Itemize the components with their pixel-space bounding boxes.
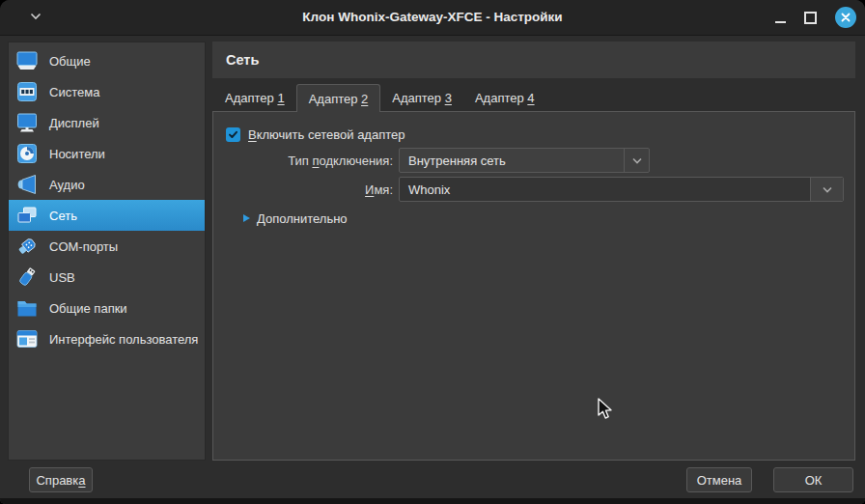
sidebar-item-shared-folders[interactable]: Общие папки xyxy=(9,293,205,323)
storage-icon xyxy=(15,142,39,165)
chevron-down-icon xyxy=(624,149,649,172)
sidebar-item-general[interactable]: Общие xyxy=(9,45,205,76)
usb-icon xyxy=(15,266,39,289)
tab-adapter-3[interactable]: Адаптер 3 xyxy=(380,84,463,112)
window-title: Клон Whonix-Gateway-XFCE - Настройки xyxy=(0,0,865,35)
sidebar-item-storage[interactable]: Носители xyxy=(9,138,205,169)
sidebar-item-serial-ports[interactable]: COM-порты xyxy=(9,231,205,262)
advanced-label: Дополнительно xyxy=(257,211,348,226)
user-interface-icon xyxy=(15,327,39,350)
window-bottom-edge xyxy=(0,498,865,504)
sidebar-item-label: Носители xyxy=(49,147,105,161)
audio-icon xyxy=(15,173,39,196)
settings-category-list: Общие Система Дисплей xyxy=(8,42,206,461)
general-icon xyxy=(15,49,39,72)
sidebar-item-label: Сеть xyxy=(49,209,77,223)
sidebar-item-usb[interactable]: USB xyxy=(9,262,205,293)
page-header: Сеть xyxy=(212,42,855,78)
network-name-value: Whonix xyxy=(400,178,810,201)
adapter-2-pane: Включить сетевой адаптер Тип подключения… xyxy=(212,111,855,461)
expander-arrow-icon xyxy=(243,214,250,222)
display-icon xyxy=(15,111,39,134)
network-name-row: Имя: Whonix xyxy=(213,177,844,202)
vm-settings-window: Клон Whonix-Gateway-XFCE - Настройки Общ… xyxy=(0,0,865,504)
sidebar-item-label: Общие папки xyxy=(49,301,127,316)
checkmark-icon xyxy=(228,129,238,140)
attachment-type-select[interactable]: Внутренняя сеть xyxy=(399,148,650,173)
sidebar-item-label: Дисплей xyxy=(49,116,99,130)
window-controls xyxy=(775,0,856,35)
sidebar-item-user-interface[interactable]: Интерфейс пользователя xyxy=(9,323,205,354)
serial-port-icon xyxy=(15,235,39,258)
adapter-tabs: Адаптер 1 Адаптер 2 Адаптер 3 Адаптер 4 xyxy=(213,84,546,112)
sidebar-item-system[interactable]: Система xyxy=(9,76,205,107)
sidebar-item-label: Аудио xyxy=(49,178,85,192)
sidebar-item-label: USB xyxy=(49,270,75,285)
tab-adapter-2[interactable]: Адаптер 2 xyxy=(296,84,381,112)
sidebar-item-audio[interactable]: Аудио xyxy=(9,169,205,200)
system-icon xyxy=(15,80,39,103)
sidebar-item-network[interactable]: Сеть xyxy=(9,200,205,231)
minimize-button[interactable] xyxy=(775,21,786,23)
close-icon xyxy=(841,13,851,22)
attachment-type-label: Тип подключения: xyxy=(213,154,393,168)
maximize-button[interactable] xyxy=(804,12,817,24)
attachment-type-value: Внутренняя сеть xyxy=(400,149,624,172)
enable-adapter-row: Включить сетевой адаптер xyxy=(226,126,405,143)
network-name-label: Имя: xyxy=(213,182,393,197)
close-button[interactable] xyxy=(835,7,856,28)
cancel-button[interactable]: Отмена xyxy=(686,467,752,492)
sidebar-item-label: COM-порты xyxy=(49,239,118,254)
window-menu-chevron-icon[interactable] xyxy=(30,13,42,20)
advanced-expander[interactable]: Дополнительно xyxy=(243,210,348,227)
chevron-down-icon[interactable] xyxy=(810,178,843,201)
tab-adapter-1[interactable]: Адаптер 1 xyxy=(213,84,296,112)
page-title: Сеть xyxy=(226,52,259,68)
sidebar-item-label: Общие xyxy=(49,54,91,69)
tab-adapter-4[interactable]: Адаптер 4 xyxy=(463,84,546,112)
attachment-type-row: Тип подключения: Внутренняя сеть xyxy=(213,148,650,173)
sidebar-item-label: Система xyxy=(49,85,99,99)
mouse-cursor xyxy=(598,398,613,421)
titlebar: Клон Whonix-Gateway-XFCE - Настройки xyxy=(0,0,865,36)
help-button[interactable]: Справка xyxy=(29,467,93,492)
ok-button[interactable]: ОК xyxy=(773,467,853,492)
shared-folders-icon xyxy=(15,296,39,320)
network-name-combobox[interactable]: Whonix xyxy=(399,177,844,202)
sidebar-item-label: Интерфейс пользователя xyxy=(49,332,198,347)
sidebar-item-display[interactable]: Дисплей xyxy=(9,107,205,138)
enable-adapter-checkbox[interactable] xyxy=(226,127,240,142)
network-icon xyxy=(15,204,39,227)
enable-adapter-label[interactable]: Включить сетевой адаптер xyxy=(248,127,405,142)
